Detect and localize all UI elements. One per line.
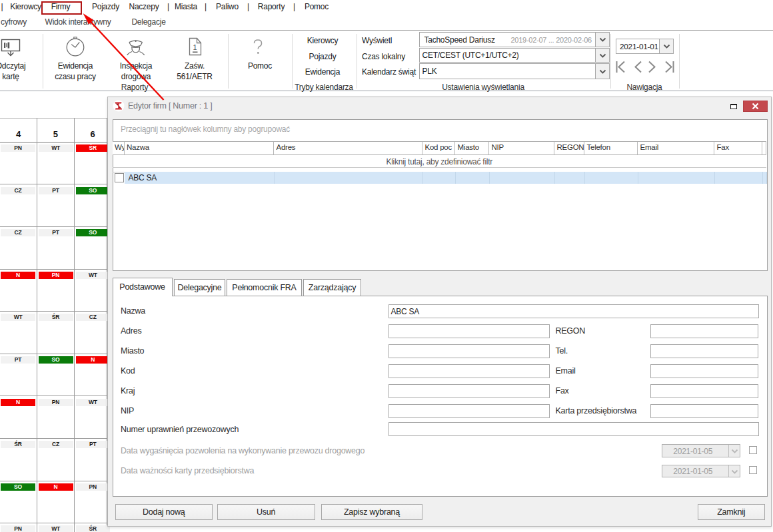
- svg-text:1: 1: [193, 43, 197, 51]
